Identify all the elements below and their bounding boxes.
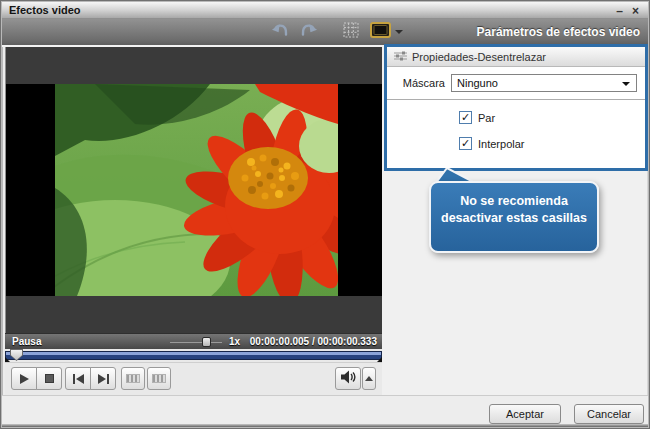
callout-text: No se recomienda desactivar estas casill… — [441, 194, 587, 225]
mask-select[interactable]: Ninguno — [451, 74, 637, 92]
play-stop-group — [11, 367, 62, 390]
preview-bottom-strip — [6, 296, 382, 333]
sliders-icon — [394, 51, 407, 63]
next-frame-button[interactable] — [147, 367, 171, 390]
undo-button[interactable] — [270, 21, 291, 43]
play-button[interactable] — [11, 367, 37, 390]
chevron-down-icon — [395, 30, 403, 34]
effects-video-dialog: Efectos video – × — [0, 0, 650, 429]
grid-icon — [343, 22, 359, 42]
playback-status-bar: Pausa 1x 00:00:00.005 / 00:00:00.333 — [5, 333, 382, 349]
skip-end-button[interactable] — [90, 367, 116, 390]
seek-bar[interactable] — [5, 349, 382, 362]
callout-tooltip: No se recomienda desactivar estas casill… — [429, 181, 599, 253]
title-bar: Efectos video – × — [2, 2, 648, 19]
volume-group — [335, 367, 376, 390]
play-icon — [20, 374, 29, 384]
undo-icon — [272, 23, 289, 41]
properties-separator — [387, 99, 645, 100]
preview-top-strip — [6, 47, 382, 84]
next-frame-icon — [152, 374, 166, 383]
skip-group — [65, 367, 116, 390]
chevron-down-icon — [622, 82, 630, 86]
mask-label: Máscara — [397, 77, 445, 89]
dialog-footer: Aceptar Cancelar — [2, 395, 648, 424]
redo-icon — [300, 23, 317, 41]
interpolar-label: Interpolar — [478, 138, 524, 150]
skip-start-button[interactable] — [65, 367, 91, 390]
speed-label: 1x — [229, 334, 240, 350]
redo-button[interactable] — [298, 21, 319, 43]
prev-frame-icon — [126, 374, 140, 383]
panel-heading: Parámetros de efectos video — [477, 19, 640, 45]
checkbox-row-par: ✓ Par — [459, 111, 645, 124]
close-button[interactable]: × — [632, 5, 639, 17]
window-controls: – × — [616, 2, 639, 19]
speed-slider-thumb[interactable] — [202, 337, 211, 347]
mask-row: Máscara Ninguno — [387, 67, 645, 92]
grid-button[interactable] — [341, 21, 361, 43]
window-bottom-edge — [2, 424, 648, 427]
playback-state-label: Pausa — [12, 334, 41, 350]
stop-button[interactable] — [36, 367, 62, 390]
monitor-button[interactable] — [368, 21, 405, 43]
cancel-button[interactable]: Cancelar — [574, 404, 644, 424]
toolbar: Parámetros de efectos video — [2, 19, 648, 45]
minimize-button[interactable]: – — [616, 5, 623, 17]
checkmark-icon: ✓ — [461, 112, 470, 123]
checkbox-row-interpolar: ✓ Interpolar — [459, 137, 645, 150]
toolbar-icons — [270, 19, 405, 45]
par-label: Par — [478, 112, 495, 124]
volume-button[interactable] — [335, 367, 361, 390]
prev-frame-button[interactable] — [121, 367, 145, 390]
checkmark-icon: ✓ — [461, 138, 470, 149]
stop-icon — [45, 374, 54, 383]
video-frame — [55, 84, 338, 296]
accept-button[interactable]: Aceptar — [489, 404, 561, 424]
par-checkbox[interactable]: ✓ — [459, 111, 472, 124]
properties-header: Propiedades-Desentrelazar — [387, 47, 645, 67]
seek-track[interactable] — [5, 351, 382, 360]
mask-selected-value: Ninguno — [452, 75, 636, 91]
speaker-icon — [340, 370, 357, 387]
time-label: 00:00:00.005 / 00:00:00.333 — [250, 334, 377, 350]
transport-controls — [5, 362, 382, 395]
skip-end-icon — [98, 374, 109, 384]
skip-start-icon — [73, 374, 84, 384]
monitor-icon — [370, 22, 391, 43]
interpolar-checkbox[interactable]: ✓ — [459, 137, 472, 150]
frame-step-group — [121, 367, 171, 390]
video-preview-area — [5, 47, 382, 333]
properties-box: Propiedades-Desentrelazar Máscara Ningun… — [384, 44, 648, 171]
speed-slider[interactable] — [170, 342, 222, 343]
video-flower-image — [55, 84, 338, 296]
properties-title: Propiedades-Desentrelazar — [412, 51, 546, 63]
volume-expand-button[interactable] — [362, 367, 376, 390]
window-title: Efectos video — [2, 4, 81, 16]
chevron-up-icon — [365, 376, 373, 381]
